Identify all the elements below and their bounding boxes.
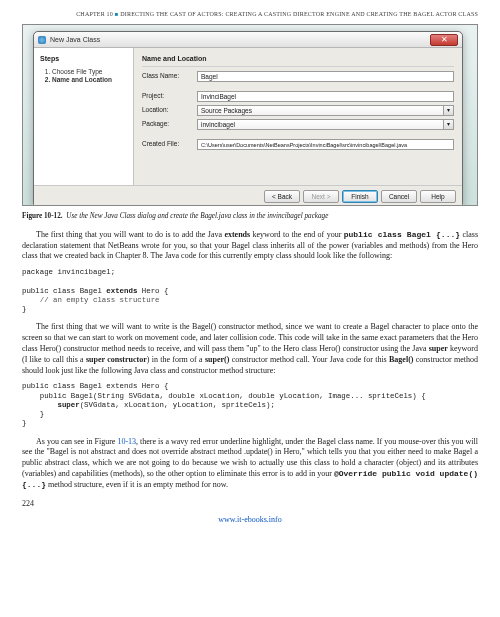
created-file-label: Created File: <box>142 140 197 149</box>
paragraph-3: As you can see in Figure 10-13, there is… <box>22 437 478 491</box>
close-icon[interactable]: ✕ <box>430 34 458 46</box>
step-name-and-location: Name and Location <box>52 76 127 85</box>
steps-header: Steps <box>40 54 127 63</box>
code-block-2: public class Bagel extends Hero { public… <box>22 382 478 428</box>
dialog-button-bar: < Back Next > Finish Cancel Help <box>34 185 462 207</box>
java-icon <box>38 36 46 44</box>
project-field: InvinciBagel <box>197 91 454 102</box>
page-number: 224 <box>22 499 478 510</box>
chevron-down-icon[interactable]: ▾ <box>444 105 454 116</box>
created-file-field: C:\Users\user\Documents\NetBeansProjects… <box>197 139 454 150</box>
cancel-button[interactable]: Cancel <box>381 190 417 203</box>
paragraph-1: The first thing that you will want to do… <box>22 230 478 262</box>
figure-caption: Figure 10-12. Use the New Java Class dia… <box>22 212 478 222</box>
form-pane: Name and Location Class Name: Bagel Proj… <box>134 48 462 184</box>
package-label: Package: <box>142 120 197 129</box>
back-button[interactable]: < Back <box>264 190 300 203</box>
footer-link[interactable]: www.it-ebooks.info <box>22 515 478 526</box>
finish-button[interactable]: Finish <box>342 190 378 203</box>
help-button[interactable]: Help <box>420 190 456 203</box>
code-block-1: package invincibagel; public class Bagel… <box>22 268 478 314</box>
chevron-down-icon[interactable]: ▾ <box>444 119 454 130</box>
form-header: Name and Location <box>142 54 454 66</box>
dialog-title: New Java Class <box>50 35 100 44</box>
paragraph-2: The first thing that we will want to wri… <box>22 322 478 376</box>
screenshot-region: New Java Class ✕ Steps Choose File Type … <box>22 24 478 206</box>
dialog-titlebar: New Java Class ✕ <box>34 32 462 48</box>
new-java-class-dialog: New Java Class ✕ Steps Choose File Type … <box>33 31 463 206</box>
project-label: Project: <box>142 92 197 101</box>
package-select[interactable]: invincibagel <box>197 119 444 130</box>
steps-pane: Steps Choose File Type Name and Location <box>34 48 134 184</box>
next-button: Next > <box>303 190 339 203</box>
location-label: Location: <box>142 106 197 115</box>
location-select[interactable]: Source Packages <box>197 105 444 116</box>
class-name-label: Class Name: <box>142 72 197 81</box>
chapter-header: CHAPTER 10 ■ DIRECTING THE CAST OF ACTOR… <box>22 10 478 18</box>
step-choose-file-type: Choose File Type <box>52 68 127 77</box>
class-name-field[interactable]: Bagel <box>197 71 454 82</box>
